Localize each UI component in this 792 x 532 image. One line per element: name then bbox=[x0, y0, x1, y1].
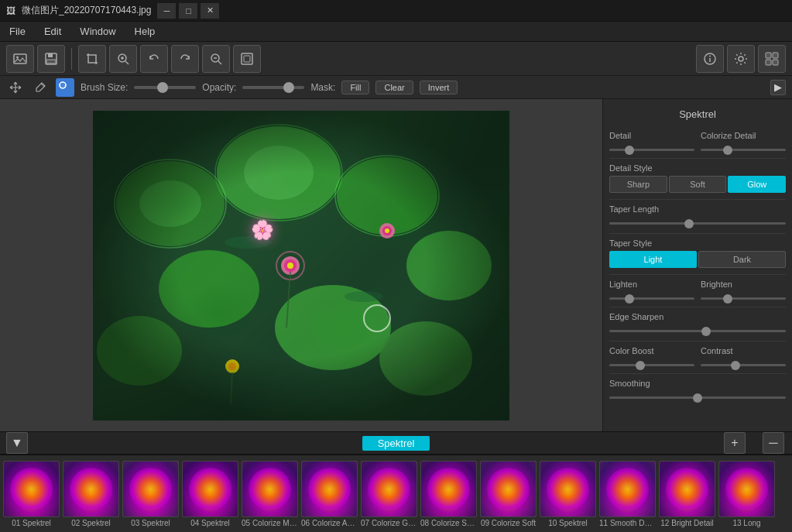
detail-control: Detail bbox=[609, 131, 694, 153]
thumb-01-label: 01 Spektrel bbox=[3, 519, 60, 527]
fill-button[interactable]: Fill bbox=[341, 81, 369, 94]
lighten-slider[interactable] bbox=[609, 297, 694, 300]
taper-length-control: Taper Length bbox=[609, 204, 786, 227]
close-button[interactable]: ✕ bbox=[201, 3, 219, 19]
thumb-05-label: 05 Colorize Medium bbox=[242, 519, 298, 527]
thumb-11-smooth-detail[interactable]: 11 Smooth Detail bbox=[599, 461, 656, 527]
thumb-13-label: 13 Long bbox=[718, 519, 775, 527]
lighten-label: Lighten bbox=[609, 280, 694, 289]
colorize-detail-control: Colorize Detail bbox=[701, 131, 786, 153]
maximize-button[interactable]: □ bbox=[179, 3, 197, 19]
save-button[interactable] bbox=[37, 45, 65, 73]
thumb-02-image bbox=[63, 461, 119, 517]
invert-button[interactable]: Invert bbox=[420, 81, 458, 94]
color-boost-slider[interactable] bbox=[609, 364, 694, 366]
move-tool-button[interactable] bbox=[6, 78, 25, 97]
svg-line-8 bbox=[125, 61, 129, 64]
image-button[interactable] bbox=[6, 45, 34, 73]
svg-rect-3 bbox=[48, 53, 53, 57]
brush-size-slider[interactable] bbox=[134, 86, 196, 89]
detail-style-control: Detail Style Sharp Soft Glow bbox=[609, 163, 786, 193]
thumb-12-label: 12 Bright Detail bbox=[659, 519, 715, 527]
minimize-button[interactable]: ─ bbox=[157, 3, 176, 19]
light-button[interactable]: Light bbox=[609, 251, 697, 268]
brush-tool-button[interactable] bbox=[56, 78, 74, 97]
detail-style-label: Detail Style bbox=[609, 163, 786, 173]
thumb-01-spektrel[interactable]: 01 Spektrel bbox=[3, 461, 60, 527]
opacity-slider[interactable] bbox=[242, 86, 304, 89]
effects-button[interactable] bbox=[758, 45, 786, 73]
detail-slider[interactable] bbox=[609, 149, 694, 151]
svg-rect-21 bbox=[773, 60, 778, 65]
collapse-strip-button[interactable]: ▼ bbox=[6, 432, 28, 454]
edge-sharpen-slider[interactable] bbox=[609, 330, 786, 332]
thumb-02-spektrel[interactable]: 02 Spektrel bbox=[63, 461, 119, 527]
fullscreen-button[interactable] bbox=[233, 45, 261, 73]
expand-button[interactable]: ▶ bbox=[770, 80, 786, 95]
thumb-03-spektrel[interactable]: 03 Spektrel bbox=[122, 461, 179, 527]
svg-rect-12 bbox=[242, 53, 252, 64]
thumb-05-colorize-medium[interactable]: 05 Colorize Medium bbox=[242, 461, 298, 527]
thumb-10-spektrel[interactable]: 10 Spektrel bbox=[540, 461, 596, 527]
clear-button[interactable]: Clear bbox=[375, 81, 413, 94]
canvas-area[interactable] bbox=[0, 99, 602, 431]
svg-rect-18 bbox=[766, 53, 771, 58]
contrast-label: Contrast bbox=[701, 346, 786, 355]
menu-file[interactable]: File bbox=[0, 22, 35, 41]
title: 微信图片_20220707170443.jpg bbox=[22, 4, 151, 17]
detail-label: Detail bbox=[609, 131, 694, 140]
sharp-button[interactable]: Sharp bbox=[609, 176, 667, 193]
lily-pad-art bbox=[93, 111, 509, 420]
thumb-10-label: 10 Spektrel bbox=[540, 519, 596, 527]
thumb-04-spektrel[interactable]: 04 Spektrel bbox=[182, 461, 238, 527]
titlebar: 🖼 微信图片_20220707170443.jpg ─ □ ✕ bbox=[0, 0, 792, 22]
rotate-left-button[interactable] bbox=[140, 45, 168, 73]
panel-title: Spektrel bbox=[609, 105, 786, 123]
settings-button[interactable] bbox=[727, 45, 755, 73]
crop-button[interactable] bbox=[78, 45, 106, 73]
menu-help[interactable]: Help bbox=[125, 22, 165, 41]
thumb-07-colorize-glow[interactable]: 07 Colorize Glow bbox=[361, 461, 417, 527]
divider-7 bbox=[609, 373, 786, 374]
remove-preset-button[interactable]: ─ bbox=[763, 432, 784, 454]
brighten-label: Brighten bbox=[701, 280, 786, 289]
thumb-13-long[interactable]: 13 Long bbox=[718, 461, 775, 527]
thumb-11-label: 11 Smooth Detail bbox=[599, 519, 656, 527]
smoothing-slider[interactable] bbox=[609, 396, 786, 399]
svg-rect-19 bbox=[773, 53, 778, 58]
rotate-right-button[interactable] bbox=[171, 45, 199, 73]
soft-button[interactable]: Soft bbox=[669, 176, 727, 193]
zoom-out-button[interactable] bbox=[202, 45, 230, 73]
colorize-detail-slider[interactable] bbox=[701, 149, 786, 151]
thumb-12-bright-detail[interactable]: 12 Bright Detail bbox=[659, 461, 715, 527]
thumb-06-image bbox=[301, 461, 358, 517]
divider-3 bbox=[609, 233, 786, 234]
thumb-08-colorize-sharp[interactable]: 08 Colorize Sharp bbox=[420, 461, 477, 527]
thumb-02-label: 02 Spektrel bbox=[63, 519, 119, 527]
taper-length-label: Taper Length bbox=[609, 204, 786, 214]
taper-style-label: Taper Style bbox=[609, 239, 786, 248]
taper-length-slider[interactable] bbox=[609, 222, 786, 225]
thumb-06-colorize-abstract[interactable]: 06 Colorize Abstract bbox=[301, 461, 358, 527]
dark-button[interactable]: Dark bbox=[698, 251, 786, 268]
contrast-slider[interactable] bbox=[701, 364, 786, 366]
zoom-in-button[interactable] bbox=[109, 45, 137, 73]
menu-window[interactable]: Window bbox=[70, 22, 125, 41]
menu-edit[interactable]: Edit bbox=[35, 22, 70, 41]
thumb-04-label: 04 Spektrel bbox=[182, 519, 238, 527]
app-icon: 🖼 bbox=[6, 5, 15, 16]
svg-rect-20 bbox=[766, 60, 771, 65]
eyedropper-tool-button[interactable] bbox=[31, 78, 50, 97]
info-button[interactable] bbox=[696, 45, 724, 73]
bottom-strip: ▼ Spektrel + ─ bbox=[0, 431, 792, 455]
thumb-03-image bbox=[122, 461, 179, 517]
colorize-detail-label: Colorize Detail bbox=[701, 131, 786, 140]
edge-sharpen-control: Edge Sharpen bbox=[609, 312, 786, 335]
right-panel: Spektrel Detail Colorize Detail Detail S… bbox=[602, 99, 792, 431]
glow-button[interactable]: Glow bbox=[728, 176, 786, 193]
brighten-slider[interactable] bbox=[701, 297, 786, 300]
add-preset-button[interactable]: + bbox=[724, 432, 746, 454]
thumb-07-label: 07 Colorize Glow bbox=[361, 519, 417, 527]
thumb-09-colorize-soft[interactable]: 09 Colorize Soft bbox=[480, 461, 537, 527]
thumb-07-image bbox=[361, 461, 417, 517]
